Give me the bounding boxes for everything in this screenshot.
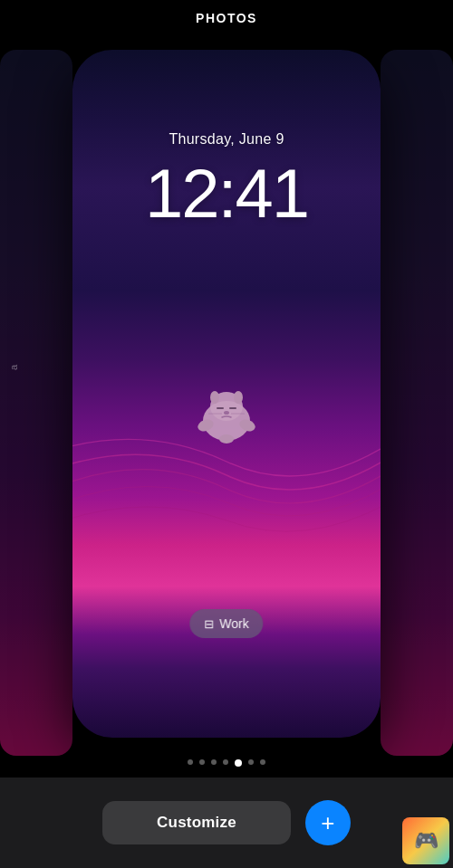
dot-5[interactable] (248, 759, 254, 765)
bottom-toolbar: Customize + (0, 777, 453, 868)
mascot-character (190, 385, 263, 448)
customize-button[interactable]: Customize (102, 801, 291, 844)
svg-point-8 (224, 411, 229, 415)
lockscreen-time: 12:41 (72, 154, 381, 233)
svg-point-11 (219, 434, 234, 444)
dot-1[interactable] (199, 759, 205, 765)
focus-badge[interactable]: ⊟ Work (189, 609, 263, 638)
dot-0[interactable] (188, 759, 193, 765)
top-bar: PHOTOS (0, 0, 453, 36)
lockscreen-date: Thursday, June 9 (72, 131, 381, 148)
add-button[interactable]: + (305, 800, 351, 845)
svg-point-4 (210, 391, 219, 404)
page-title: PHOTOS (196, 11, 257, 25)
side-label: a (8, 365, 19, 370)
page-dots (0, 759, 453, 767)
dot-4-active[interactable] (235, 759, 242, 767)
focus-label: Work (219, 616, 248, 631)
focus-icon: ⊟ (204, 617, 214, 631)
side-panel-right (381, 50, 453, 756)
dot-6[interactable] (260, 759, 265, 765)
add-icon: + (321, 809, 334, 837)
dot-2[interactable] (211, 759, 217, 765)
corner-logo: 🎮 (402, 817, 449, 864)
phone-card: Thursday, June 9 12:41 (72, 50, 381, 738)
svg-point-5 (234, 391, 243, 404)
dot-3[interactable] (223, 759, 228, 765)
side-panel-left (0, 50, 72, 756)
